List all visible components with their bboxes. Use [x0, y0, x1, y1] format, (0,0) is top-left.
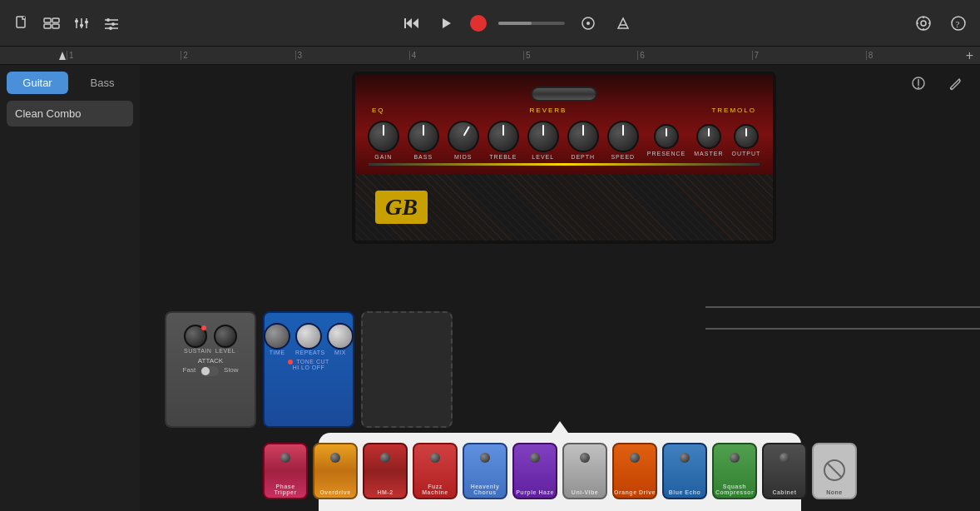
mix-label: Mix [327, 350, 354, 355]
play-button[interactable] [435, 12, 458, 35]
rewind-button[interactable] [400, 12, 423, 35]
ruler-mark-7: 7 [752, 51, 866, 60]
tab-bass[interactable]: Bass [72, 72, 133, 94]
master-knob[interactable] [696, 124, 721, 149]
record-button[interactable] [470, 15, 487, 32]
amp-knob-presence: PRESENCE [647, 124, 686, 156]
svg-point-15 [106, 18, 110, 22]
svg-point-27 [921, 21, 926, 26]
mids-knob[interactable] [442, 115, 485, 158]
picker-hm2[interactable]: HM-2 [363, 443, 408, 499]
picker-heavenly-knob [480, 453, 490, 463]
sustain-label: SUSTAIN [184, 348, 207, 354]
picker-fuzz[interactable]: Fuzz Machine [413, 443, 458, 499]
tab-guitar[interactable]: Guitar [7, 72, 68, 94]
picker-phaser-knob [280, 453, 290, 463]
volume-slider[interactable] [498, 22, 565, 25]
svg-marker-20 [413, 18, 418, 28]
output-knob[interactable] [734, 124, 759, 149]
svg-rect-3 [52, 18, 59, 22]
treble-knob[interactable] [488, 121, 519, 152]
level-label: LEVEL [532, 154, 554, 160]
content-area: EQ REVERB TREMOLO GAIN BASS [140, 65, 980, 511]
attack-toggle-row: Fast Slow [183, 366, 239, 376]
bass-label: BASS [413, 154, 433, 160]
mids-label: MIDS [454, 154, 473, 160]
picker-cabinet[interactable]: Cabinet [762, 443, 807, 499]
svg-rect-2 [44, 18, 51, 22]
pedal-picker: Phase Tripper Overdrive HM-2 Fuzz Machin… [319, 433, 801, 511]
picker-cabinet-knob [780, 453, 789, 463]
compressor-labels: SUSTAIN LEVEL [184, 348, 237, 354]
ruler-mark-2: 2 [181, 51, 294, 60]
ruler-mark-6: 6 [637, 51, 751, 60]
svg-line-40 [827, 463, 842, 478]
delay-knobs [264, 323, 354, 350]
ruler-mark-3: 3 [295, 51, 409, 60]
level-label-comp: LEVEL [214, 348, 237, 354]
preset-clean-combo[interactable]: Clean Combo [7, 101, 133, 127]
mixer-icon[interactable] [70, 12, 93, 35]
metronome-icon[interactable] [577, 12, 600, 35]
hi-lo-label: HI LO OFF [293, 365, 325, 370]
repeats-knob[interactable] [295, 323, 322, 350]
picker-blueecho-knob [680, 453, 690, 463]
time-knob[interactable] [264, 323, 290, 350]
attack-row: ATTACK Fast Slow [183, 357, 239, 376]
settings-icon[interactable] [912, 12, 935, 35]
picker-blueecho-label: Blue Echo [664, 489, 705, 495]
help-icon[interactable]: ? [947, 12, 970, 35]
picker-overdrive[interactable]: Overdrive [313, 443, 358, 499]
amp-top: EQ REVERB TREMOLO GAIN BASS [355, 75, 773, 174]
picker-purple-knob [530, 453, 540, 463]
depth-knob[interactable] [567, 121, 599, 152]
treble-label: TREBLE [489, 154, 517, 160]
picker-blueecho[interactable]: Blue Echo [662, 443, 707, 499]
attack-toggle[interactable] [200, 366, 219, 376]
picker-purple[interactable]: Purple Haze [512, 443, 557, 499]
amp-sections: EQ REVERB TREMOLO [369, 107, 760, 114]
picker-orange[interactable]: Orange Drive [612, 443, 657, 499]
sustain-knob[interactable] [184, 325, 207, 348]
ruler-add-button[interactable]: + [966, 48, 973, 63]
amp-knob-bass: BASS [408, 121, 439, 160]
toolbar-left [10, 12, 123, 35]
svg-point-23 [587, 22, 590, 25]
compressor-knobs [184, 325, 237, 348]
slow-label: Slow [224, 366, 238, 376]
picker-squash[interactable]: Squash Compressor [712, 443, 757, 499]
pedal-empty-1[interactable] [361, 311, 453, 428]
svg-point-17 [109, 27, 112, 30]
tempo-icon[interactable] [611, 12, 635, 35]
mix-knob[interactable] [327, 323, 354, 350]
picker-none[interactable]: None [812, 443, 857, 499]
amp-knobs-row: GAIN BASS MIDS [369, 117, 760, 161]
amp-knob-mids: MIDS [448, 121, 479, 160]
picker-orange-knob [630, 453, 640, 463]
picker-orange-label: Orange Drive [614, 489, 656, 495]
picker-vibe-knob [580, 453, 590, 463]
picker-squash-knob [730, 453, 740, 463]
svg-rect-5 [52, 24, 59, 28]
section-tremolo: TREMOLO [711, 107, 756, 114]
picker-arrow [552, 421, 568, 433]
amp-handle [531, 87, 597, 102]
picker-heavenly[interactable]: Heavenly Chorus [463, 443, 507, 499]
track-icon[interactable] [40, 12, 63, 35]
level-knob[interactable] [527, 121, 559, 152]
picker-vibe[interactable]: Uni-Vibe [562, 443, 607, 499]
gain-knob[interactable] [368, 121, 399, 152]
toolbar: ? [0, 0, 980, 47]
picker-hm2-knob [380, 453, 390, 463]
section-eq: EQ [372, 107, 385, 114]
presence-knob[interactable] [654, 124, 679, 149]
svg-rect-10 [80, 24, 83, 27]
picker-phaser[interactable]: Phase Tripper [263, 443, 308, 499]
level-knob-comp[interactable] [214, 325, 237, 348]
svg-text:?: ? [956, 18, 960, 28]
speed-knob[interactable] [607, 121, 639, 152]
eq-icon[interactable] [100, 12, 123, 35]
picker-fuzz-knob [430, 453, 440, 463]
bass-knob[interactable] [408, 121, 439, 152]
new-file-icon[interactable] [10, 12, 33, 35]
